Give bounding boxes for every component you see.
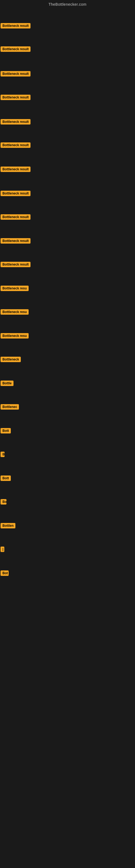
badge-label-5: Bottleneck result: [1, 119, 31, 124]
badge-label-23: |: [1, 547, 4, 552]
bottleneck-result-badge-15[interactable]: Bottleneck: [1, 357, 21, 363]
bottleneck-result-badge-14[interactable]: Bottleneck resu: [1, 333, 29, 340]
bottleneck-result-badge-17[interactable]: Bottlenec: [1, 404, 19, 411]
badge-label-10: Bottleneck result: [1, 238, 31, 244]
bottleneck-result-badge-1[interactable]: Bottleneck result: [1, 23, 31, 30]
badge-label-13: Bottleneck resu: [1, 309, 29, 315]
bottleneck-result-badge-12[interactable]: Bottleneck resu: [1, 286, 29, 292]
badge-label-4: Bottleneck result: [1, 95, 31, 100]
badge-label-1: Bottleneck result: [1, 23, 31, 29]
bottleneck-result-badge-11[interactable]: Bottleneck result: [1, 262, 31, 268]
badge-label-17: Bottlenec: [1, 404, 19, 410]
badge-label-18: Bott: [1, 428, 11, 433]
bottleneck-result-badge-9[interactable]: Bottleneck result: [1, 214, 31, 221]
bottleneck-result-badge-7[interactable]: Bottleneck result: [1, 166, 31, 173]
bottleneck-result-badge-18[interactable]: Bott: [1, 428, 11, 435]
bottleneck-result-badge-19[interactable]: B: [1, 452, 5, 458]
bottleneck-result-badge-5[interactable]: Bottleneck result: [1, 119, 31, 126]
bottleneck-result-badge-21[interactable]: Bo: [1, 499, 6, 506]
bottleneck-result-badge-16[interactable]: Bottle: [1, 380, 13, 387]
badge-label-15: Bottleneck: [1, 357, 21, 362]
badge-label-16: Bottle: [1, 380, 13, 386]
badge-label-7: Bottleneck result: [1, 166, 31, 172]
badge-label-11: Bottleneck result: [1, 262, 31, 267]
badge-label-19: B: [1, 452, 5, 457]
badge-label-6: Bottleneck result: [1, 143, 31, 148]
bottleneck-result-badge-8[interactable]: Bottleneck result: [1, 191, 31, 197]
bottleneck-result-badge-10[interactable]: Bottleneck result: [1, 238, 31, 245]
bottleneck-result-badge-24[interactable]: Bot: [1, 570, 9, 577]
badge-label-12: Bottleneck resu: [1, 286, 29, 291]
badge-label-22: Bottlen: [1, 523, 15, 528]
bottleneck-result-badge-6[interactable]: Bottleneck result: [1, 143, 31, 149]
badge-label-20: Bott: [1, 475, 11, 481]
bottleneck-result-badge-2[interactable]: Bottleneck result: [1, 46, 31, 53]
bottleneck-result-badge-20[interactable]: Bott: [1, 475, 11, 482]
badge-label-24: Bot: [1, 570, 9, 576]
bottleneck-result-badge-13[interactable]: Bottleneck resu: [1, 309, 29, 316]
badge-label-21: Bo: [1, 499, 6, 504]
bottleneck-result-badge-23[interactable]: |: [1, 547, 4, 553]
bottleneck-result-badge-3[interactable]: Bottleneck result: [1, 71, 31, 78]
badge-label-3: Bottleneck result: [1, 71, 31, 76]
bottleneck-result-badge-22[interactable]: Bottlen: [1, 523, 15, 529]
badge-label-14: Bottleneck resu: [1, 333, 29, 339]
bottleneck-result-badge-4[interactable]: Bottleneck result: [1, 95, 31, 101]
badge-label-2: Bottleneck result: [1, 46, 31, 52]
site-title: TheBottlenecker.com: [0, 0, 135, 8]
badge-label-8: Bottleneck result: [1, 191, 31, 196]
badge-label-9: Bottleneck result: [1, 214, 31, 220]
